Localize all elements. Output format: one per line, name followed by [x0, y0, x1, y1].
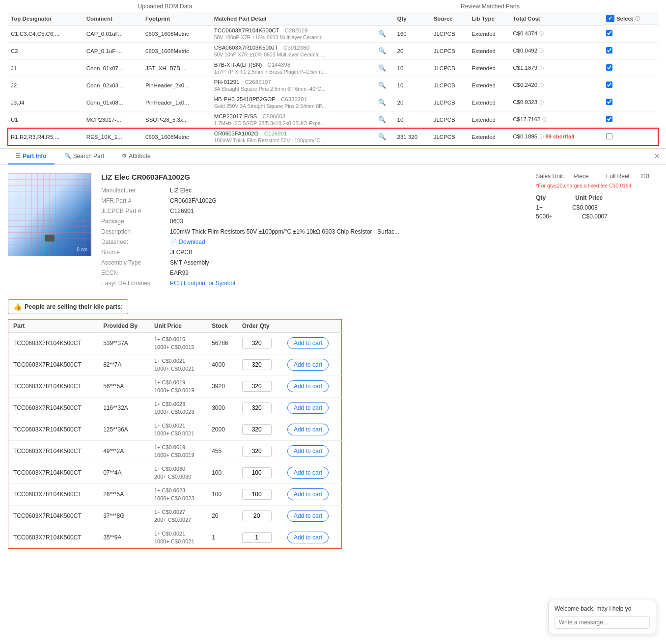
close-button[interactable]: ✕ — [654, 152, 660, 161]
cell-search-icon[interactable]: 🔍 — [375, 128, 394, 145]
cell-checkbox[interactable] — [603, 59, 658, 77]
table-row: J3,J4 Conn_01x08... PinHeader_1x0... HB-… — [8, 94, 658, 111]
idle-price: 1+ C$0.00231000+ C$0.0023 — [149, 483, 207, 505]
unit-price-header: Unit Price — [575, 194, 603, 201]
idle-price: 1+ C$0.00211000+ C$0.0021 — [149, 419, 207, 440]
cell-comment: CAP_0.1uF-... — [83, 42, 142, 59]
row-checkbox[interactable] — [606, 47, 612, 54]
attr-value: 100mW Thick Film Resistors 50V ±100ppm/°… — [170, 228, 526, 235]
add-to-cart-button[interactable]: Add to cart — [287, 445, 329, 457]
thumbs-up-icon: 👍 — [13, 303, 22, 311]
add-to-cart-button[interactable]: Add to cart — [287, 402, 329, 414]
cell-checkbox[interactable] — [603, 128, 658, 145]
full-reel-label: Full Reel: — [606, 173, 633, 180]
order-qty-input[interactable] — [242, 402, 272, 413]
attr-label: Source — [101, 249, 170, 256]
idle-add-cart-cell[interactable]: Add to cart — [282, 483, 342, 505]
order-qty-input[interactable] — [242, 424, 272, 435]
idle-order-qty[interactable] — [237, 397, 282, 419]
cell-search-icon[interactable]: 🔍 — [375, 77, 394, 94]
idle-order-qty[interactable] — [237, 354, 282, 376]
add-to-cart-button[interactable]: Add to cart — [287, 532, 329, 543]
order-qty-input[interactable] — [242, 359, 272, 370]
idle-part-name: TCC0603X7R104K500CT — [8, 505, 99, 527]
attr-value[interactable]: 📄 Download — [170, 239, 526, 245]
idle-order-qty[interactable] — [237, 440, 282, 462]
row-checkbox[interactable] — [606, 116, 612, 122]
idle-add-cart-cell[interactable]: Add to cart — [282, 505, 342, 527]
cell-part-detail: CSA0603X7R103K500JT C3012380 50V 10nF X7… — [211, 42, 375, 59]
order-qty-input[interactable] — [242, 338, 272, 349]
attr-label: ECCN — [101, 269, 170, 276]
cell-search-icon[interactable]: 🔍 — [375, 25, 394, 42]
idle-add-cart-cell[interactable]: Add to cart — [282, 527, 342, 548]
order-qty-input[interactable] — [242, 489, 272, 500]
row-checkbox[interactable] — [606, 81, 612, 88]
cell-checkbox[interactable] — [603, 25, 658, 42]
tab-search-part-label: Search Part — [73, 153, 104, 160]
cell-total-cost: C$0.1895 ⓘ 89 shortfall — [510, 128, 603, 145]
row-checkbox[interactable] — [606, 64, 612, 71]
cell-total-cost: C$0.4374 ⓘ — [510, 25, 603, 42]
idle-order-qty[interactable] — [237, 505, 282, 527]
cell-footprint: SSOP-28_5.3x... — [142, 111, 211, 128]
cell-comment: Conn_02x03... — [83, 77, 142, 94]
easyeda-link[interactable]: PCB Footprint or Symbol — [170, 280, 235, 287]
idle-add-cart-cell[interactable]: Add to cart — [282, 440, 342, 462]
cell-search-icon[interactable]: 🔍 — [375, 59, 394, 77]
add-to-cart-button[interactable]: Add to cart — [287, 359, 329, 371]
order-qty-input[interactable] — [242, 381, 272, 392]
attr-value[interactable]: PCB Footprint or Symbol — [170, 280, 526, 287]
idle-order-qty[interactable] — [237, 376, 282, 397]
cell-designator: J1 — [8, 59, 83, 77]
cell-checkbox[interactable] — [603, 111, 658, 128]
table-row: J1 Conn_01x07... JST_XH_B7B-... B7B-XH-A… — [8, 59, 658, 77]
cell-checkbox[interactable] — [603, 42, 658, 59]
add-to-cart-button[interactable]: Add to cart — [287, 510, 329, 522]
tab-part-info[interactable]: ☰ Part Info — [8, 149, 55, 164]
tab-search-part[interactable]: 🔍 Search Part — [56, 149, 112, 164]
cell-checkbox[interactable] — [603, 94, 658, 111]
idle-order-qty[interactable] — [237, 527, 282, 548]
cell-checkbox[interactable] — [603, 77, 658, 94]
tab-attribute[interactable]: ⚙ Attribute — [114, 149, 159, 164]
price-table-header: Qty Unit Price — [536, 194, 658, 201]
idle-price: 1+ C$0.0027200+ C$0.0027 — [149, 505, 207, 527]
idle-order-qty[interactable] — [237, 332, 282, 354]
cell-search-icon[interactable]: 🔍 — [375, 42, 394, 59]
table-row: C1,C3,C4,C5,C6,... CAP_0.01uF... 0603_16… — [8, 25, 658, 42]
idle-order-qty[interactable] — [237, 462, 282, 483]
datasheet-link[interactable]: 📄 Download — [170, 239, 205, 245]
add-to-cart-button[interactable]: Add to cart — [287, 467, 329, 479]
add-to-cart-button[interactable]: Add to cart — [287, 488, 329, 500]
idle-add-cart-cell[interactable]: Add to cart — [282, 397, 342, 419]
add-to-cart-button[interactable]: Add to cart — [287, 380, 329, 392]
idle-add-cart-cell[interactable]: Add to cart — [282, 462, 342, 483]
info-icon: ☰ — [16, 153, 21, 159]
bom-table: Top Designator Comment Footprint Matched… — [8, 12, 658, 146]
col-matched-part: Matched Part Detail — [211, 12, 375, 25]
detail-panel: ✕ ☰ Part Info 🔍 Search Part ⚙ Attribute … — [0, 148, 666, 553]
col-comment: Comment — [83, 12, 142, 25]
idle-order-qty[interactable] — [237, 483, 282, 505]
row-checkbox[interactable] — [606, 99, 612, 105]
idle-add-cart-cell[interactable]: Add to cart — [282, 354, 342, 376]
order-qty-input[interactable] — [242, 467, 272, 478]
cell-search-icon[interactable]: 🔍 — [375, 94, 394, 111]
add-to-cart-button[interactable]: Add to cart — [287, 337, 329, 349]
row-checkbox[interactable] — [606, 133, 612, 139]
review-matched-label: Review Matched Parts — [322, 3, 658, 10]
order-qty-input[interactable] — [242, 510, 272, 521]
price-rows: 1+C$0.00085000+C$0.0007 — [536, 204, 658, 220]
idle-add-cart-cell[interactable]: Add to cart — [282, 332, 342, 354]
idle-order-qty[interactable] — [237, 419, 282, 440]
order-qty-input[interactable] — [242, 532, 272, 543]
cell-search-icon[interactable]: 🔍 — [375, 111, 394, 128]
idle-add-cart-cell[interactable]: Add to cart — [282, 419, 342, 440]
col-search — [375, 12, 394, 25]
idle-add-cart-cell[interactable]: Add to cart — [282, 376, 342, 397]
cell-designator: J2 — [8, 77, 83, 94]
row-checkbox[interactable] — [606, 30, 612, 36]
add-to-cart-button[interactable]: Add to cart — [287, 424, 329, 435]
order-qty-input[interactable] — [242, 446, 272, 456]
